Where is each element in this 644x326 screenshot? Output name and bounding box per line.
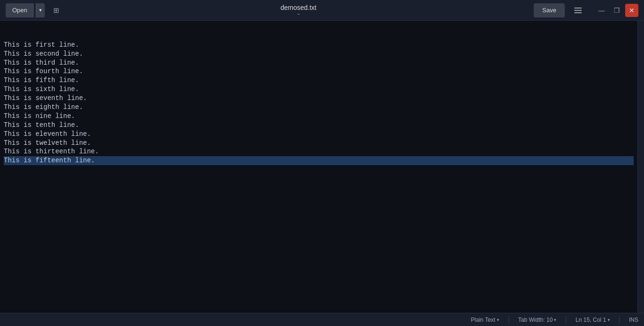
- tab-width-label: Tab Width: 10: [518, 317, 553, 323]
- pin-icon: ⊞: [53, 6, 59, 14]
- titlebar-right: Save — ❐ ✕: [534, 3, 638, 17]
- statusbar-separator-2: |: [564, 316, 568, 324]
- editor-line: This is sixth line.: [4, 85, 634, 94]
- ins-label: INS: [629, 317, 638, 323]
- tab-width-chevron-icon: ▾: [554, 318, 556, 322]
- statusbar-separator-3: |: [618, 316, 621, 324]
- menu-button[interactable]: [569, 3, 587, 17]
- statusbar-separator-1: |: [507, 316, 511, 324]
- maximize-button[interactable]: ❐: [610, 4, 623, 17]
- plain-text-chevron-icon: ▾: [497, 318, 499, 322]
- save-button[interactable]: Save: [534, 3, 565, 17]
- pin-button[interactable]: ⊞: [50, 3, 63, 17]
- editor-line: This is fifteenth line.: [4, 156, 634, 165]
- window-subtitle: ~: [297, 11, 300, 17]
- editor-line: This is seventh line.: [4, 94, 634, 103]
- editor-line: This is fourth line.: [4, 67, 634, 76]
- editor-line: This is eighth line.: [4, 103, 634, 112]
- open-dropdown-button[interactable]: ▾: [36, 3, 45, 17]
- scrollbar-panel[interactable]: [637, 21, 644, 313]
- window-title: demosed.txt: [281, 4, 316, 11]
- plain-text-selector[interactable]: Plain Text ▾: [471, 317, 499, 323]
- editor-line: This is tenth line.: [4, 121, 634, 130]
- editor-line: This is third line.: [4, 59, 634, 67]
- ins-indicator[interactable]: INS: [629, 317, 638, 323]
- hamburger-icon: [572, 6, 584, 15]
- statusbar: Plain Text ▾ | Tab Width: 10 ▾ | Ln 15, …: [0, 313, 644, 326]
- open-button[interactable]: Open: [6, 3, 34, 17]
- titlebar-center: demosed.txt ~: [281, 4, 316, 17]
- editor-line: This is first line.: [4, 41, 634, 50]
- editor-line: This is thirteenth line.: [4, 147, 634, 156]
- titlebar: Open ▾ ⊞ demosed.txt ~ Save — ❐ ✕: [0, 0, 644, 21]
- cursor-position-selector[interactable]: Ln 15, Col 1 ▾: [576, 317, 610, 323]
- editor-area[interactable]: This is first line.This is second line.T…: [0, 21, 637, 313]
- editor-line: This is second line.: [4, 50, 634, 59]
- close-button[interactable]: ✕: [625, 4, 638, 17]
- editor-line: This is nine line.: [4, 112, 634, 121]
- plain-text-label: Plain Text: [471, 317, 495, 323]
- titlebar-left: Open ▾ ⊞: [6, 3, 63, 17]
- editor-line: This is twelveth line.: [4, 139, 634, 148]
- chevron-down-icon: ▾: [39, 7, 42, 13]
- window-controls: — ❐ ✕: [595, 4, 638, 17]
- cursor-chevron-icon: ▾: [608, 318, 610, 322]
- main-area: This is first line.This is second line.T…: [0, 21, 644, 313]
- editor-line: This is fifth line.: [4, 76, 634, 85]
- cursor-position-label: Ln 15, Col 1: [576, 317, 606, 323]
- minimize-button[interactable]: —: [595, 4, 608, 17]
- tab-width-selector[interactable]: Tab Width: 10 ▾: [518, 317, 556, 323]
- editor-line: This is eleventh line.: [4, 130, 634, 139]
- editor-content[interactable]: This is first line.This is second line.T…: [0, 21, 637, 167]
